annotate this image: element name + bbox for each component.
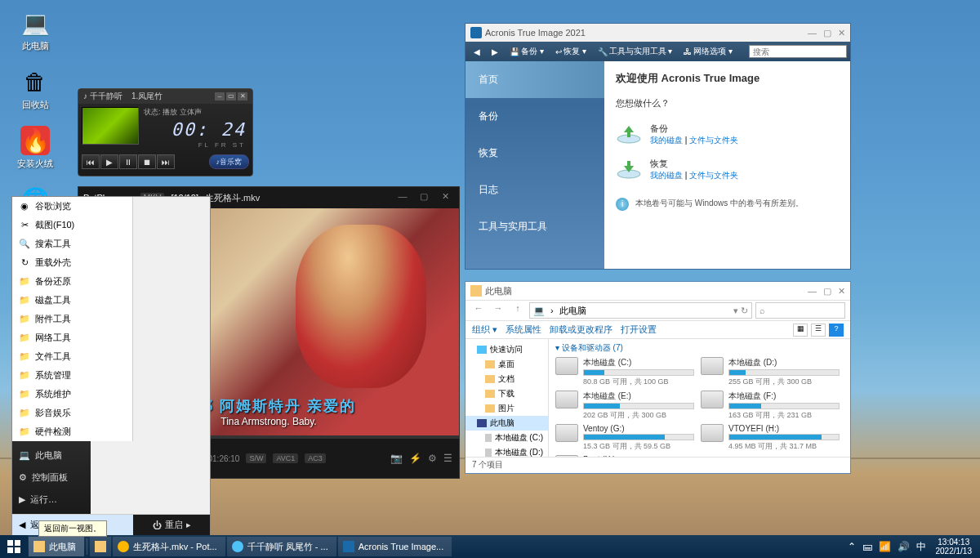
sm-item-2[interactable]: 🔍搜索工具 <box>12 234 132 253</box>
mp-titlebar[interactable]: ♪ 千千静听 1.凤尾竹 – ▭ ✕ <box>78 89 252 104</box>
sm-back-button[interactable]: ◀ 返回 返回前一视图。 <box>12 515 133 535</box>
mp-play-button[interactable]: ▶ <box>100 154 118 169</box>
mp-prev-button[interactable]: ⏮ <box>82 154 100 169</box>
tray-volume-icon[interactable]: 🔊 <box>898 541 910 552</box>
ac-tb-backup[interactable]: 💾备份 ▾ <box>505 44 549 59</box>
ac-recover-disk-link[interactable]: 我的磁盘 <box>650 171 683 180</box>
tb-task-explorer[interactable]: 此电脑 <box>29 537 84 556</box>
sm-this-pc[interactable]: 💻此电脑 <box>12 444 91 466</box>
tb-task-ttplayer[interactable]: 千千静听 凤尾竹 - ... <box>227 537 336 556</box>
ex-sys-props[interactable]: 系统属性 <box>506 324 541 336</box>
ex-drive[interactable]: 本地磁盘 (F:)163 GB 可用，共 231 GB <box>701 391 840 421</box>
ac-backup-files-link[interactable]: 文件与文件夹 <box>689 136 738 145</box>
pp-playlist-button[interactable]: ☰ <box>443 453 452 464</box>
ac-side-tools[interactable]: 工具与实用工具 <box>466 208 604 245</box>
ac-nav-fwd[interactable]: ▶ <box>487 46 503 58</box>
pp-capture-button[interactable]: 📷 <box>390 453 403 464</box>
sm-item-9[interactable]: 📁系统管理 <box>12 366 132 385</box>
ac-titlebar[interactable]: Acronis True Image 2021 — ▢ ✕ <box>466 24 850 42</box>
ac-min-button[interactable]: — <box>808 28 817 38</box>
ex-drive[interactable]: VTOYEFI (H:)4.95 MB 可用，共 31.7 MB <box>701 424 840 452</box>
tray-clock[interactable]: 13:04:13 2022/1/13 <box>933 538 976 556</box>
ex-section-heading[interactable]: ▾ 设备和驱动器 (7) <box>555 342 844 354</box>
ex-drive[interactable]: 本地磁盘 (D:)255 GB 可用，共 300 GB <box>701 357 840 387</box>
sm-item-8[interactable]: 📁文件工具 <box>12 347 132 366</box>
sm-restart-button[interactable]: ⏻ 重启 ▸ <box>133 515 210 535</box>
sm-item-10[interactable]: 📁系统维护 <box>12 385 132 404</box>
ac-max-button[interactable]: ▢ <box>823 28 831 38</box>
start-button[interactable] <box>0 535 28 558</box>
ex-tree-item[interactable]: 图片 <box>466 401 548 416</box>
ex-tree-item[interactable]: 下载 <box>466 386 548 401</box>
ac-backup-disk-link[interactable]: 我的磁盘 <box>650 136 683 145</box>
mp-stop-button[interactable]: ⏹ <box>138 154 156 169</box>
sm-item-4[interactable]: 📁备份还原 <box>12 272 132 291</box>
ex-uninstall[interactable]: 卸载或更改程序 <box>550 324 612 336</box>
ex-address-bar[interactable]: 💻 › 此电脑▾ ↻ <box>529 302 752 319</box>
ex-max-button[interactable]: ▢ <box>823 286 831 297</box>
sm-item-0[interactable]: ◉谷歌浏览 <box>12 197 132 216</box>
pp-settings-button[interactable]: ⚙ <box>428 453 437 464</box>
ex-tree-item[interactable]: 本地磁盘 (C:) <box>466 431 548 445</box>
tray-wifi-icon[interactable]: 📶 <box>879 541 891 552</box>
music-player-window[interactable]: ♪ 千千静听 1.凤尾竹 – ▭ ✕ 状态: 播放 立体声 00: 24 FL … <box>78 88 253 176</box>
ex-up-button[interactable]: ↑ <box>510 303 526 318</box>
ex-view-list[interactable]: ☰ <box>811 324 826 337</box>
ex-drive[interactable]: Ventoy (G:)15.3 GB 可用，共 59.5 GB <box>555 424 694 452</box>
ac-nav-back[interactable]: ◀ <box>469 46 485 58</box>
ex-min-button[interactable]: — <box>808 286 817 297</box>
sm-control-panel[interactable]: ⚙控制面板 <box>12 466 91 489</box>
tb-task-acronis[interactable]: Acronis True Image... <box>338 537 452 556</box>
ex-tree-item[interactable]: 本地磁盘 (D:) <box>466 445 548 457</box>
chevron-down-icon[interactable]: ▾ ↻ <box>733 306 748 316</box>
sm-item-5[interactable]: 📁磁盘工具 <box>12 291 132 310</box>
ex-tree-item[interactable]: 文档 <box>466 372 548 386</box>
sm-item-1[interactable]: ✂截图(F10) <box>12 216 132 234</box>
ex-settings[interactable]: 打开设置 <box>621 324 657 336</box>
pp-min-button[interactable]: — <box>394 191 412 204</box>
ex-tree-item[interactable]: 桌面 <box>466 357 548 372</box>
desktop-icon-recycle[interactable]: 🗑回收站 <box>7 67 64 111</box>
mp-musicbox-button[interactable]: ♪音乐窝 <box>209 154 250 169</box>
ex-fwd-button[interactable]: → <box>490 303 506 318</box>
tray-expand-icon[interactable]: ⌃ <box>848 541 856 552</box>
ac-close-button[interactable]: ✕ <box>838 28 845 38</box>
ex-organize-menu[interactable]: 组织 ▾ <box>472 324 497 336</box>
ac-tb-recover[interactable]: ↩恢复 ▾ <box>550 44 591 59</box>
tb-pin-explorer[interactable] <box>90 537 111 556</box>
sm-item-6[interactable]: 📁附件工具 <box>12 310 132 328</box>
pp-fx-button[interactable]: ⚡ <box>409 453 421 464</box>
tray-usb-icon[interactable]: 🖴 <box>862 541 872 552</box>
ex-drive[interactable]: 本地磁盘 (E:)202 GB 可用，共 300 GB <box>555 391 694 421</box>
ex-back-button[interactable]: ← <box>470 303 487 318</box>
ex-help-button[interactable]: ? <box>829 324 844 337</box>
ac-side-log[interactable]: 日志 <box>466 172 604 208</box>
sm-item-12[interactable]: 📁硬件检测 <box>12 422 132 441</box>
chevron-right-icon[interactable]: ▸ <box>186 520 191 530</box>
sm-item-7[interactable]: 📁网络工具 <box>12 328 132 347</box>
ac-tb-network[interactable]: 🖧网络选项 ▾ <box>679 44 737 59</box>
ac-side-home[interactable]: 首页 <box>466 61 604 98</box>
pp-close-button[interactable]: ✕ <box>436 191 454 204</box>
ac-side-backup[interactable]: 备份 <box>466 98 604 135</box>
ac-tb-tools[interactable]: 🔧工具与实用工具 ▾ <box>593 44 678 59</box>
acronis-window[interactable]: Acronis True Image 2021 — ▢ ✕ ◀ ▶ 💾备份 ▾ … <box>465 23 851 270</box>
ex-drive[interactable]: 本地磁盘 (C:)80.8 GB 可用，共 100 GB <box>555 357 694 387</box>
sm-run[interactable]: ▶运行… <box>12 489 91 511</box>
mp-min-button[interactable]: – <box>215 92 225 100</box>
tray-ime-icon[interactable]: 中 <box>916 540 926 554</box>
sm-item-11[interactable]: 📁影音娱乐 <box>12 404 132 422</box>
start-menu[interactable]: ◉谷歌浏览✂截图(F10)🔍搜索工具↻重载外壳📁备份还原📁磁盘工具📁附件工具📁网… <box>11 196 211 536</box>
mp-pause-button[interactable]: ⏸ <box>119 154 137 169</box>
ex-titlebar[interactable]: 此电脑 — ▢ ✕ <box>466 282 850 300</box>
ac-side-recover[interactable]: 恢复 <box>466 135 604 172</box>
ex-drive[interactable]: Boot (X:)127 GB 可用，共 128 GB <box>555 455 694 457</box>
ac-search-input[interactable] <box>749 45 847 58</box>
mp-mode-button[interactable]: ▭ <box>226 92 236 100</box>
pp-max-button[interactable]: ▢ <box>415 191 433 204</box>
explorer-window[interactable]: 此电脑 — ▢ ✕ ← → ↑ 💻 › 此电脑▾ ↻ ⌕ 组织 ▾ 系统属性 卸… <box>465 281 851 474</box>
ex-close-button[interactable]: ✕ <box>838 286 845 297</box>
ac-recover-files-link[interactable]: 文件与文件夹 <box>689 171 738 180</box>
tb-task-potplayer[interactable]: 生死格斗.mkv - Pot... <box>113 537 225 556</box>
ex-search-input[interactable]: ⌕ <box>755 302 845 319</box>
